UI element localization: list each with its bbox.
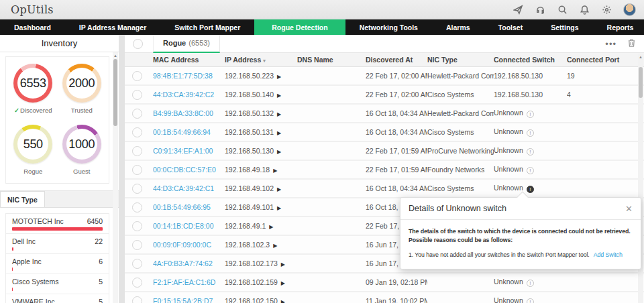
- donut-rogue: 550: [13, 125, 52, 164]
- mac-address-link[interactable]: C0:91:34:EF:A1:00: [153, 147, 213, 155]
- nav-tab-toolset[interactable]: Toolset: [484, 19, 537, 35]
- mac-address-link[interactable]: 00:1B:54:49:66:94: [153, 128, 211, 136]
- unknown-info-icon[interactable]: !: [527, 298, 534, 303]
- mac-address-cell: 00:1B:54:49:66:94: [153, 128, 225, 136]
- unknown-info-icon[interactable]: !: [527, 167, 534, 174]
- row-radio[interactable]: [132, 165, 142, 175]
- row-radio[interactable]: [132, 71, 142, 81]
- nic-item-dell-inc[interactable]: Dell Inc22: [6, 234, 109, 254]
- sidebar-scroll-thumb[interactable]: [113, 59, 117, 126]
- expand-arrow-icon[interactable]: ▶: [273, 243, 277, 249]
- donut-guest: 1000: [62, 125, 101, 164]
- row-radio[interactable]: [132, 296, 142, 303]
- user-avatar[interactable]: [623, 3, 636, 16]
- nav-tab-reports[interactable]: Reports: [593, 19, 644, 35]
- search-icon[interactable]: [557, 4, 568, 15]
- nic-type-strip: NIC Type: [0, 190, 119, 208]
- unknown-info-icon[interactable]: !: [527, 148, 534, 156]
- mac-address-link[interactable]: 44:D3:CA:39:42:C1: [153, 184, 214, 192]
- expand-arrow-icon[interactable]: ▶: [277, 186, 281, 192]
- mac-address-cell: 4A:F0:B3:A7:74:62: [153, 259, 225, 267]
- mac-address-cell: 00:1B:54:49:66:95: [153, 203, 225, 211]
- nav-tab-ip-address-manager[interactable]: IP Address Manager: [65, 19, 160, 35]
- inventory-stat-rogue[interactable]: 550Rogue: [9, 125, 58, 175]
- nic-type-cell: Cisco Systems: [427, 128, 494, 136]
- mac-address-link[interactable]: 00:14:1B:CD:E8:00: [153, 222, 213, 230]
- sidebar-scrollbar[interactable]: ▲: [113, 52, 118, 303]
- mac-address-link[interactable]: F0:15:15:5A:2B:D7: [153, 297, 213, 303]
- column-header-discovered-at[interactable]: Discovered At: [366, 56, 427, 64]
- scroll-up-icon[interactable]: ▲: [113, 52, 118, 58]
- row-radio[interactable]: [132, 127, 142, 137]
- nic-item-cisco-systems[interactable]: Cisco Systems5: [6, 274, 109, 294]
- row-radio[interactable]: [132, 240, 142, 250]
- expand-arrow-icon[interactable]: ▶: [277, 205, 281, 211]
- delete-icon[interactable]: [627, 38, 636, 50]
- nav-tab-settings[interactable]: Settings: [537, 19, 592, 35]
- column-header-nic-type[interactable]: NIC Type: [427, 56, 494, 64]
- nav-tab-networking-tools[interactable]: Networking Tools: [345, 19, 432, 35]
- row-radio[interactable]: [132, 221, 142, 231]
- row-radio[interactable]: [132, 184, 142, 194]
- unknown-info-icon[interactable]: !: [527, 111, 534, 118]
- expand-arrow-icon[interactable]: ▶: [281, 261, 285, 267]
- bell-icon[interactable]: [579, 4, 590, 15]
- tab-rogue[interactable]: Rogue (6553): [153, 35, 220, 53]
- select-all-radio[interactable]: [133, 39, 143, 49]
- expand-arrow-icon[interactable]: ▶: [277, 74, 281, 80]
- row-radio[interactable]: [132, 90, 142, 100]
- column-header-connected-port[interactable]: Connected Port: [567, 56, 644, 64]
- more-options-icon[interactable]: •••: [605, 41, 616, 48]
- inventory-stat-discovered[interactable]: 6553✓Discovered: [9, 64, 58, 114]
- row-radio[interactable]: [132, 109, 142, 119]
- expand-arrow-icon[interactable]: ▶: [281, 299, 285, 303]
- unknown-info-icon[interactable]: !: [527, 280, 534, 287]
- mac-address-link[interactable]: 00:09:0F:09:00:0C: [153, 241, 211, 249]
- mac-address-link[interactable]: F2:1F:AF:EA:C1:6D: [153, 278, 215, 286]
- table-row: B4:99:BA:33:8C:00192.168.50.132▶16 Oct 1…: [125, 105, 644, 123]
- connected-switch-cell: Unknown!: [494, 127, 567, 137]
- nic-item-apple-inc[interactable]: Apple Inc6: [6, 254, 109, 274]
- column-header-ip-address[interactable]: IP Address▾: [225, 56, 297, 64]
- expand-arrow-icon[interactable]: ▶: [273, 168, 277, 174]
- scroll-up-icon[interactable]: ▲: [638, 54, 643, 60]
- nav-tab-switch-port-mapper[interactable]: Switch Port Mapper: [160, 19, 254, 35]
- nic-item-vmware-inc[interactable]: VMWARE Inc5: [6, 294, 109, 303]
- expand-arrow-icon[interactable]: ▶: [277, 130, 281, 136]
- nav-tab-alarms[interactable]: Alarms: [432, 19, 484, 35]
- tab-nic-type[interactable]: NIC Type: [0, 191, 45, 207]
- nav-tab-dashboard[interactable]: Dashboard: [0, 19, 65, 35]
- expand-arrow-icon[interactable]: ▶: [277, 111, 281, 117]
- expand-arrow-icon[interactable]: ▶: [277, 149, 281, 155]
- mac-address-link[interactable]: B4:99:BA:33:8C:00: [153, 109, 213, 117]
- nav-tab-rogue-detection[interactable]: Rogue Detection: [254, 19, 345, 35]
- close-icon[interactable]: ✕: [625, 204, 633, 213]
- unknown-info-icon[interactable]: !: [527, 129, 534, 137]
- row-radio[interactable]: [132, 278, 142, 288]
- mac-address-link[interactable]: 4A:F0:B3:A7:74:62: [153, 259, 213, 267]
- row-radio[interactable]: [132, 146, 142, 156]
- inventory-stat-guest[interactable]: 1000Guest: [58, 125, 107, 175]
- mac-address-link[interactable]: 44:D3:CA:39:42:C2: [153, 90, 214, 99]
- column-header-connected-switch[interactable]: Connected Switch: [494, 56, 567, 64]
- expand-arrow-icon[interactable]: ▶: [277, 93, 281, 99]
- inventory-stat-trusted[interactable]: 2000Trusted: [58, 64, 107, 114]
- column-header-dns-name[interactable]: DNS Name: [297, 56, 366, 64]
- row-radio[interactable]: [132, 202, 142, 213]
- mac-address-link[interactable]: 98:4B:E1:77:5D:38: [153, 72, 213, 80]
- nic-item-mototech-inc[interactable]: MOTOTECH Inc6450: [6, 214, 109, 234]
- expand-arrow-icon[interactable]: ▶: [269, 224, 273, 230]
- row-radio[interactable]: [132, 259, 142, 269]
- stat-label: ✓Discovered: [14, 107, 52, 114]
- table-scroll-thumb[interactable]: [639, 67, 643, 98]
- send-icon[interactable]: [513, 4, 523, 15]
- mac-address-link[interactable]: 00:1B:54:49:66:95: [153, 203, 211, 211]
- unknown-info-icon[interactable]: !: [527, 186, 534, 193]
- mac-address-link[interactable]: 00:0C:DB:CC:57:E0: [153, 166, 216, 174]
- add-switch-link[interactable]: Add Switch: [594, 251, 623, 258]
- gear-icon[interactable]: [601, 4, 612, 15]
- column-header-mac-address[interactable]: MAC Address: [153, 56, 225, 64]
- headset-icon[interactable]: [535, 4, 545, 15]
- popover-title: Details of Unknown switch: [409, 204, 506, 213]
- expand-arrow-icon[interactable]: ▶: [281, 280, 285, 286]
